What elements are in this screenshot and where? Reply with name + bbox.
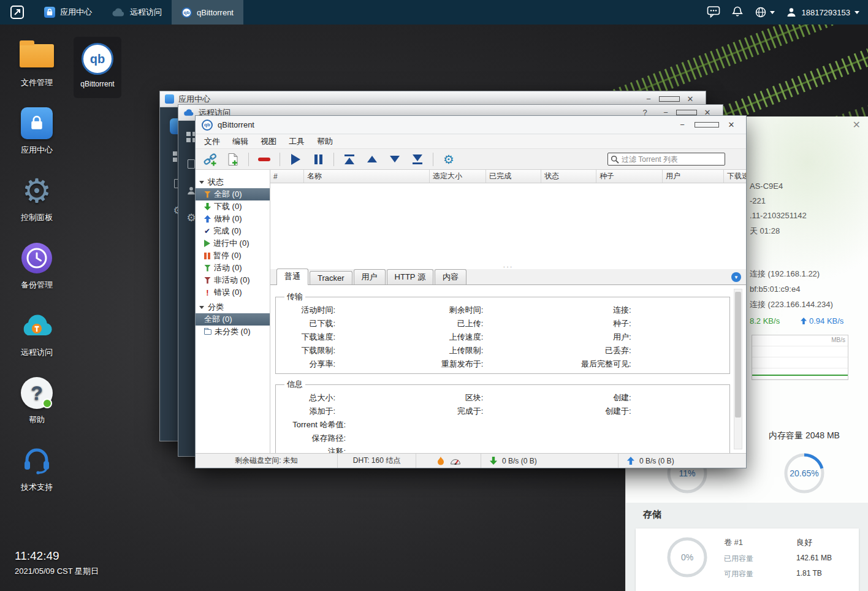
free-capacity-value: 1.81 TB	[796, 569, 822, 578]
arrow-up-icon	[367, 156, 377, 162]
column-header-number[interactable]: #	[270, 170, 304, 183]
desktop-icon-control-panel[interactable]: ⚙ 控制面板	[7, 173, 66, 223]
desktop-icon-qbittorrent[interactable]: qb qBittorrent	[74, 37, 121, 98]
torrent-filter-input[interactable]	[622, 155, 722, 164]
filter-inactive[interactable]: 非活动 (0)	[196, 274, 270, 286]
pause-icon	[314, 154, 322, 164]
category-all[interactable]: 全部 (0)	[196, 313, 270, 326]
column-header-completed[interactable]: 已完成	[486, 170, 541, 183]
taskbar-tab-app-center[interactable]: 应用中心	[34, 0, 102, 25]
tab-trackers[interactable]: Tracker	[310, 271, 352, 284]
scrollbar-thumb[interactable]	[735, 292, 741, 418]
minimize-button[interactable]: −	[670, 116, 695, 134]
chevron-down-icon	[770, 11, 775, 14]
desktop-icon-label: qBittorrent	[80, 80, 114, 88]
column-header-status[interactable]: 状态	[541, 170, 596, 183]
chevron-down-icon	[855, 11, 859, 14]
speed-limit-icon[interactable]	[450, 457, 461, 465]
download-speed-label: 0 B/s (0 B)	[502, 457, 537, 465]
field-label: 种子:	[577, 318, 635, 329]
menu-view[interactable]: 视图	[254, 136, 283, 147]
close-icon[interactable]: ✕	[853, 119, 861, 131]
column-header-selected-size[interactable]: 选定大小	[430, 170, 486, 183]
grid-icon[interactable]	[173, 151, 177, 156]
grid-icon[interactable]	[186, 132, 191, 136]
tab-peers[interactable]: 用户	[354, 269, 386, 284]
column-header-peers[interactable]: 用户	[663, 170, 724, 183]
filter-active[interactable]: 活动 (0)	[196, 262, 270, 274]
detail-scrollbar[interactable]	[734, 289, 742, 449]
move-top-button[interactable]	[342, 152, 357, 167]
desktop-icon-app-center[interactable]: 应用中心	[7, 105, 66, 156]
delete-icon	[258, 158, 270, 161]
desktop-icon-label: 文件管理	[7, 77, 66, 88]
qbittorrent-icon: qb	[181, 7, 192, 18]
taskbar-tab-remote-access[interactable]: 远程访问	[102, 0, 172, 25]
category-section-header[interactable]: 分类	[196, 301, 270, 313]
filter-errored[interactable]: !错误 (0)	[196, 286, 270, 299]
taskbar-tab-qbittorrent[interactable]: qb qBittorrent	[172, 0, 243, 25]
close-button[interactable]: ✕	[719, 116, 744, 134]
desktop-icon-support[interactable]: 技术支持	[7, 443, 66, 493]
pane-splitter[interactable]: ···	[270, 264, 746, 269]
pause-button[interactable]	[311, 152, 326, 167]
tab-content[interactable]: 内容	[435, 269, 466, 284]
main-menu-button[interactable]	[0, 0, 34, 25]
field-label: 下载限制:	[281, 345, 339, 356]
column-header-name[interactable]: 名称	[304, 170, 430, 183]
column-header-download-speed[interactable]: 下载速	[724, 170, 746, 183]
maximize-button[interactable]	[695, 116, 719, 134]
torrent-list-empty[interactable]	[270, 183, 746, 264]
torrent-filter-box	[607, 153, 725, 166]
notifications-button[interactable]	[731, 6, 744, 20]
global-upload: 0 B/s (0 B)	[619, 454, 746, 468]
desktop-icon-help[interactable]: ? 帮助	[7, 375, 66, 425]
volume-name: 卷 #1	[724, 537, 743, 548]
menu-edit[interactable]: 编辑	[226, 136, 254, 147]
filter-label: 全部 (0)	[214, 189, 242, 200]
desktop-icon-remote-access[interactable]: 远程访问	[7, 308, 66, 358]
options-button[interactable]: ⚙	[441, 152, 456, 167]
move-down-button[interactable]	[387, 152, 402, 167]
resume-button[interactable]	[288, 152, 303, 167]
filter-seeding[interactable]: 做种 (0)	[196, 213, 270, 225]
qbittorrent-titlebar[interactable]: qb qBittorrent − ✕	[196, 116, 746, 134]
user-menu-button[interactable]: 18817293153	[786, 7, 859, 18]
add-torrent-link-button[interactable]	[203, 152, 218, 167]
chat-icon	[707, 6, 720, 18]
app-center-icon	[21, 107, 53, 139]
app-center-icon	[44, 7, 55, 18]
filter-downloading[interactable]: 下载 (0)	[196, 200, 270, 213]
column-header-seeds[interactable]: 种子	[596, 170, 663, 183]
filter-sidebar: 状态 全部 (0) 下载 (0) 做种 (0) ✔完成 (0) 进行中 (0) …	[196, 170, 270, 453]
filter-completed[interactable]: ✔完成 (0)	[196, 225, 270, 237]
expander-icon	[199, 306, 204, 309]
move-bottom-button[interactable]	[410, 152, 425, 167]
bell-icon	[731, 6, 744, 18]
tab-http-sources[interactable]: HTTP 源	[387, 269, 433, 284]
status-section-header[interactable]: 状态	[196, 176, 270, 188]
menu-tools[interactable]: 工具	[283, 136, 311, 147]
launcher-icon	[9, 4, 25, 20]
category-uncategorized[interactable]: 未分类 (0)	[196, 326, 270, 338]
delete-button[interactable]	[257, 152, 272, 167]
document-icon[interactable]	[188, 159, 195, 169]
move-up-button[interactable]	[365, 152, 379, 167]
taskbar-right: 18817293153	[707, 0, 868, 25]
filter-all[interactable]: 全部 (0)	[196, 188, 270, 200]
desktop-icon-backup[interactable]: 备份管理	[7, 240, 66, 291]
filter-label: 暂停 (0)	[213, 250, 242, 261]
messages-button[interactable]	[707, 6, 720, 20]
network-line: bf:b5:01:c9:e4	[750, 284, 800, 294]
cloud-icon	[183, 109, 194, 116]
desktop-icon-file-manager[interactable]: 文件管理	[7, 38, 66, 88]
add-torrent-file-button[interactable]	[226, 152, 240, 167]
filter-running[interactable]: 进行中 (0)	[196, 237, 270, 250]
menu-help[interactable]: 帮助	[311, 136, 339, 147]
language-button[interactable]	[755, 6, 775, 18]
tab-general[interactable]: 普通	[276, 269, 308, 285]
connection-status-icon[interactable]	[436, 456, 445, 466]
menu-file[interactable]: 文件	[198, 136, 226, 147]
collapse-panel-button[interactable]: ▼	[731, 272, 741, 282]
filter-paused[interactable]: 暂停 (0)	[196, 250, 270, 262]
